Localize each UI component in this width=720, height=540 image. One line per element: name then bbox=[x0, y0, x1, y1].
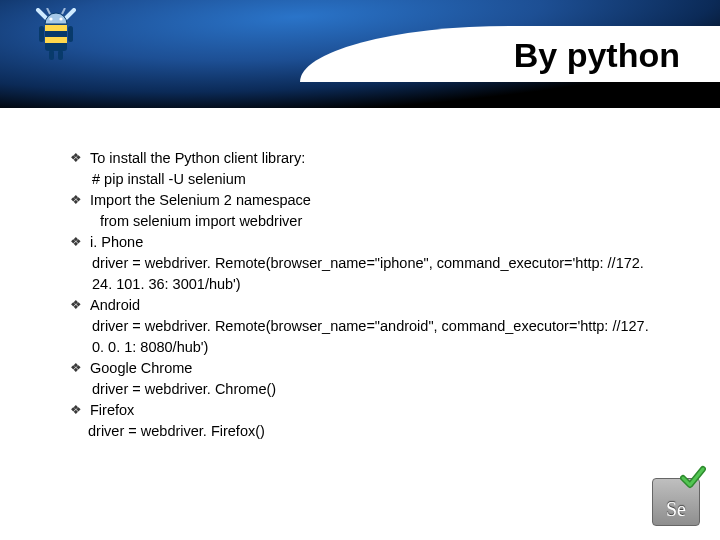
svg-point-3 bbox=[59, 17, 62, 20]
slide-content: ❖ To install the Python client library: … bbox=[0, 108, 720, 462]
bullet-head: Android bbox=[90, 295, 140, 316]
diamond-bullet-icon: ❖ bbox=[70, 191, 82, 210]
diamond-bullet-icon: ❖ bbox=[70, 233, 82, 252]
svg-line-0 bbox=[47, 8, 50, 14]
bullet-item: ❖ Android driver = webdriver. Remote(bro… bbox=[70, 295, 660, 358]
svg-rect-5 bbox=[45, 25, 67, 31]
bullet-sub: driver = webdriver. Chrome() bbox=[70, 379, 660, 400]
bullet-sub: from selenium import webdriver bbox=[70, 211, 660, 232]
diamond-bullet-icon: ❖ bbox=[70, 149, 82, 168]
diamond-bullet-icon: ❖ bbox=[70, 359, 82, 378]
svg-rect-8 bbox=[68, 26, 73, 42]
bullet-head: Google Chrome bbox=[90, 358, 192, 379]
slide-header: By python bbox=[0, 0, 720, 108]
android-robot-icon bbox=[34, 8, 78, 68]
bullet-head: Firefox bbox=[90, 400, 134, 421]
svg-line-1 bbox=[62, 8, 65, 14]
bullet-sub: driver = webdriver. Remote(browser_name=… bbox=[70, 253, 660, 295]
diamond-bullet-icon: ❖ bbox=[70, 296, 82, 315]
svg-rect-9 bbox=[49, 50, 54, 60]
bullet-item: ❖ i. Phone driver = webdriver. Remote(br… bbox=[70, 232, 660, 295]
checkmark-icon bbox=[680, 464, 706, 490]
svg-rect-10 bbox=[58, 50, 63, 60]
svg-point-2 bbox=[49, 17, 52, 20]
selenium-badge: Se bbox=[642, 468, 700, 526]
bullet-head: To install the Python client library: bbox=[90, 148, 305, 169]
bullet-head: i. Phone bbox=[90, 232, 143, 253]
svg-rect-7 bbox=[39, 26, 44, 42]
bullet-item: ❖ Firefox driver = webdriver. Firefox() bbox=[70, 400, 660, 442]
bullet-item: ❖ Google Chrome driver = webdriver. Chro… bbox=[70, 358, 660, 400]
svg-rect-6 bbox=[45, 37, 67, 43]
bullet-head: Import the Selenium 2 namespace bbox=[90, 190, 311, 211]
slide-title: By python bbox=[514, 36, 680, 75]
bullet-item: ❖ Import the Selenium 2 namespace from s… bbox=[70, 190, 660, 232]
bullet-sub: # pip install -U selenium bbox=[70, 169, 660, 190]
diamond-bullet-icon: ❖ bbox=[70, 401, 82, 420]
bullet-item: ❖ To install the Python client library: … bbox=[70, 148, 660, 190]
bullet-sub: driver = webdriver. Firefox() bbox=[70, 421, 660, 442]
bullet-sub: driver = webdriver. Remote(browser_name=… bbox=[70, 316, 660, 358]
